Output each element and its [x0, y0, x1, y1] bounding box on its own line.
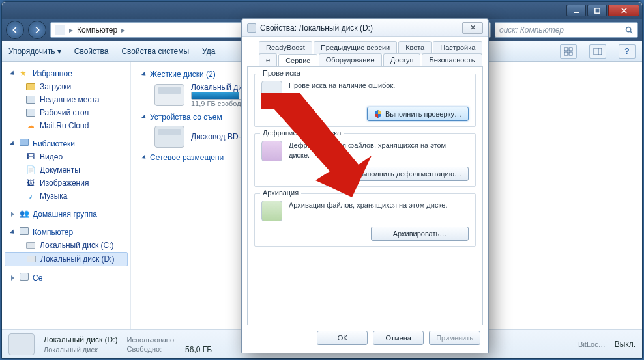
- dialog-button-row: ОК Отмена Применить: [242, 325, 488, 350]
- status-free-value: 56,0 ГБ: [185, 345, 212, 354]
- sidebar-label-computer: Компьютер: [33, 228, 73, 237]
- chevron-right-icon: ▸: [69, 25, 73, 35]
- tab-general-truncated[interactable]: е: [259, 53, 277, 67]
- group-defrag: Дефрагментация диска Дефрагментация файл…: [254, 133, 476, 187]
- help-button[interactable]: ?: [619, 44, 636, 59]
- sidebar-group-libraries[interactable]: Библиотеки: [2, 137, 130, 150]
- sidebar-group-network[interactable]: Се: [2, 271, 130, 284]
- tab-previous-versions[interactable]: Предыдущие версии: [314, 41, 397, 54]
- sidebar-label-homegroup: Домашняя группа: [33, 210, 97, 219]
- tab-strip: ReadyBoost Предыдущие версии Квота Настр…: [242, 37, 488, 67]
- cancel-button[interactable]: Отмена: [373, 331, 424, 345]
- check-disk-icon: [261, 81, 282, 102]
- status-drive-type: Локальный диск: [44, 346, 118, 353]
- backup-icon: [261, 201, 282, 221]
- group-backup: Архивация Архивация файлов, хранящихся н…: [254, 193, 476, 247]
- check-disk-text: Прове иска на наличие ошибок.: [289, 81, 395, 90]
- svg-point-4: [626, 27, 631, 32]
- svg-rect-8: [564, 52, 568, 55]
- tab-hardware[interactable]: Оборудование: [319, 53, 382, 67]
- group-backup-legend: Архивация: [260, 189, 301, 197]
- homegroup-icon: 👥: [20, 209, 30, 219]
- status-used-label: Использовано:: [127, 336, 177, 344]
- navigation-pane: ★ Избранное Загрузки Недавние места Рабо…: [2, 62, 131, 329]
- tab-quota[interactable]: Квота: [398, 41, 432, 54]
- sidebar-item-downloads[interactable]: Загрузки: [2, 80, 130, 93]
- sidebar-label-network: Се: [33, 273, 42, 283]
- tab-sharing[interactable]: Доступ: [383, 53, 421, 67]
- svg-rect-10: [594, 48, 602, 55]
- star-icon: ★: [20, 68, 30, 79]
- search-placeholder: оиск: Компьютер: [499, 25, 564, 35]
- uninstall-button[interactable]: Уда: [202, 47, 215, 56]
- backup-now-button[interactable]: Архивировать…: [371, 227, 469, 241]
- search-icon: [624, 25, 634, 35]
- sidebar-item-pictures[interactable]: 🖼Изображения: [2, 176, 130, 189]
- search-input[interactable]: оиск: Компьютер: [495, 22, 638, 38]
- defrag-now-button[interactable]: Выполнить дефрагментацию…: [350, 167, 469, 181]
- chevron-right-icon: ▸: [121, 25, 125, 35]
- sidebar-item-videos[interactable]: 🎞Видео: [2, 150, 130, 163]
- backup-text: Архивация файлов, хранящихся на этом дис…: [289, 201, 448, 210]
- drive-icon: [247, 23, 256, 33]
- defrag-icon: [261, 141, 282, 161]
- view-options-button[interactable]: [560, 44, 577, 59]
- uac-shield-icon: [374, 110, 382, 118]
- status-used-value: [185, 335, 212, 344]
- status-drive-name: Локальный диск (D:): [44, 335, 118, 344]
- video-icon: 🎞: [25, 152, 36, 162]
- sidebar-group-homegroup[interactable]: 👥 Домашняя группа: [2, 208, 130, 221]
- organize-menu[interactable]: Упорядочить ▾: [8, 47, 61, 56]
- properties-button[interactable]: Свойства: [74, 47, 109, 56]
- optical-drive-name: Дисковод BD-R: [191, 132, 246, 141]
- window-titlebar[interactable]: [2, 2, 642, 19]
- sidebar-group-favorites[interactable]: ★ Избранное: [2, 67, 130, 80]
- picture-icon: 🖼: [25, 178, 36, 188]
- computer-icon: [55, 25, 65, 35]
- tab-readyboost[interactable]: ReadyBoost: [259, 41, 312, 54]
- document-icon: 📄: [25, 165, 36, 175]
- svg-rect-1: [594, 8, 599, 12]
- svg-rect-7: [569, 48, 572, 51]
- status-bitlocker-label: BitLoc…: [578, 340, 606, 348]
- status-free-label: Свободно:: [127, 345, 177, 353]
- sidebar-item-desktop[interactable]: Рабочий стол: [2, 106, 130, 119]
- drive-icon: [8, 333, 35, 355]
- minimize-button[interactable]: [566, 5, 586, 16]
- optical-drive-icon: [154, 126, 184, 148]
- music-icon: ♪: [25, 191, 36, 201]
- nav-back-button[interactable]: [6, 21, 24, 39]
- ok-button[interactable]: ОК: [317, 331, 368, 345]
- sidebar-label-favorites: Избранное: [33, 69, 72, 78]
- preview-pane-button[interactable]: [589, 44, 606, 59]
- properties-dialog: Свойства: Локальный диск (D:) ✕ ReadyBoo…: [241, 18, 489, 353]
- close-button[interactable]: [608, 5, 639, 16]
- sidebar-item-music[interactable]: ♪Музыка: [2, 189, 130, 202]
- sidebar-item-documents[interactable]: 📄Документы: [2, 163, 130, 176]
- apply-button[interactable]: Применить: [429, 331, 480, 345]
- sidebar-item-recent[interactable]: Недавние места: [2, 93, 130, 106]
- drive-icon: [154, 84, 184, 106]
- status-bitlocker-value: Выкл.: [615, 340, 636, 349]
- tab-panel-tools: Прове иска Прове иска на наличие ошибок.…: [247, 66, 483, 325]
- dialog-title-text: Свойства: Локальный диск (D:): [260, 23, 373, 33]
- dialog-titlebar[interactable]: Свойства: Локальный диск (D:) ✕: [242, 19, 488, 37]
- maximize-button[interactable]: [587, 5, 607, 16]
- nav-forward-button[interactable]: [28, 21, 46, 39]
- sidebar-item-disk-c[interactable]: Локальный диск (C:): [2, 239, 130, 252]
- svg-rect-6: [564, 48, 568, 51]
- tab-customize[interactable]: Настройка: [433, 41, 482, 54]
- sidebar-item-disk-d[interactable]: Локальный диск (D:): [5, 252, 128, 266]
- dialog-close-button[interactable]: ✕: [462, 22, 483, 34]
- check-now-button[interactable]: Выполнить проверку…: [367, 107, 469, 121]
- tab-security[interactable]: Безопасность: [422, 53, 482, 67]
- svg-line-5: [630, 31, 633, 34]
- group-check-legend: Прове иска: [260, 69, 303, 77]
- tab-tools[interactable]: Сервис: [278, 54, 317, 68]
- sidebar-group-computer[interactable]: Компьютер: [2, 226, 130, 239]
- group-check-disk: Прове иска Прове иска на наличие ошибок.…: [254, 74, 476, 127]
- breadcrumb-computer[interactable]: Компьютер: [77, 25, 117, 35]
- group-defrag-legend: Дефрагментация диска: [260, 129, 344, 137]
- sidebar-item-mailru[interactable]: ☁Mail.Ru Cloud: [2, 119, 130, 132]
- system-properties-button[interactable]: Свойства системы: [121, 47, 189, 56]
